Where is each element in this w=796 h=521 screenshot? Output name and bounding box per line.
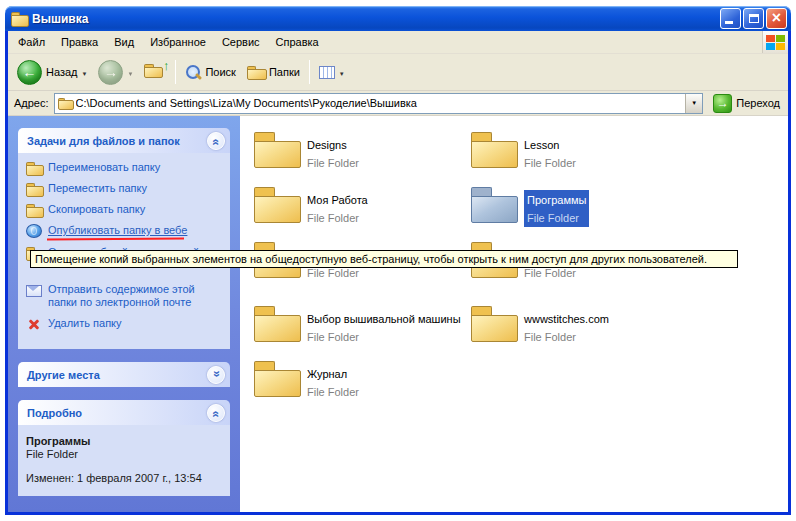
folder-item-programmy-selected[interactable]: Программы File Folder bbox=[471, 187, 686, 227]
search-label: Поиск bbox=[205, 66, 235, 78]
task-rename-folder[interactable]: Переименовать папку bbox=[26, 161, 222, 174]
forward-button[interactable] bbox=[93, 56, 138, 89]
maximize-button[interactable] bbox=[743, 8, 764, 29]
folder-icon bbox=[471, 306, 516, 340]
folder-name: Designs bbox=[307, 139, 347, 151]
folder-icon bbox=[254, 187, 299, 221]
chevron-up-icon bbox=[210, 410, 222, 415]
task-delete-folder[interactable]: Удалить папку bbox=[26, 317, 222, 331]
standard-buttons-toolbar: Назад Поиск Папки bbox=[8, 54, 788, 91]
folder-type: File Folder bbox=[527, 212, 579, 224]
folder-type: File Folder bbox=[524, 331, 576, 343]
details-item-type: File Folder bbox=[26, 448, 222, 460]
address-dropdown-button[interactable] bbox=[685, 94, 702, 113]
views-icon bbox=[319, 66, 335, 79]
forward-dropdown-icon[interactable] bbox=[127, 66, 133, 78]
go-label: Переход bbox=[736, 97, 780, 109]
file-folder-tasks-panel: Задачи для файлов и папок Переименовать … bbox=[18, 128, 230, 349]
details-panel: Подробно Программы File Folder Изменен: … bbox=[18, 400, 230, 496]
tasks-collapse-button[interactable] bbox=[207, 132, 225, 150]
folder-type: File Folder bbox=[307, 331, 359, 343]
window-controls bbox=[720, 8, 787, 29]
main-area: Задачи для файлов и папок Переименовать … bbox=[8, 116, 788, 512]
details-item-name: Программы bbox=[26, 435, 222, 447]
minimize-button[interactable] bbox=[720, 8, 741, 29]
details-panel-header[interactable]: Подробно bbox=[18, 400, 230, 425]
folders-button[interactable]: Папки bbox=[242, 62, 305, 83]
views-button[interactable] bbox=[314, 62, 350, 83]
maximize-icon bbox=[749, 14, 759, 23]
views-dropdown-icon[interactable] bbox=[339, 66, 345, 78]
folder-view[interactable]: Designs File Folder Lesson File Folder М… bbox=[240, 116, 788, 512]
explorer-window: Вышивка Файл Правка Вид Избранное Сервис… bbox=[5, 6, 791, 515]
tooltip: Помещение копий выбранных элементов на о… bbox=[30, 250, 738, 268]
tasks-panel-title: Задачи для файлов и папок bbox=[27, 135, 180, 147]
delete-icon bbox=[26, 317, 42, 331]
email-icon bbox=[26, 283, 42, 297]
address-value: C:\Documents and Settings\Liza\My Docume… bbox=[76, 97, 682, 109]
title-bar[interactable]: Вышивка bbox=[5, 6, 791, 31]
folder-item-designs[interactable]: Designs File Folder bbox=[254, 132, 469, 171]
task-pane: Задачи для файлов и папок Переименовать … bbox=[8, 116, 240, 512]
menu-favorites[interactable]: Избранное bbox=[142, 32, 214, 52]
folder-icon bbox=[254, 361, 299, 395]
tasks-panel-header[interactable]: Задачи для файлов и папок bbox=[18, 128, 230, 153]
address-folder-icon bbox=[58, 98, 72, 109]
address-label: Адрес: bbox=[11, 97, 49, 109]
folder-name: Выбор вышивальной машины bbox=[307, 313, 461, 325]
folder-type: File Folder bbox=[307, 386, 359, 398]
menu-help[interactable]: Справка bbox=[268, 32, 327, 52]
back-button[interactable]: Назад bbox=[12, 56, 92, 89]
task-label: Переименовать папку bbox=[48, 161, 160, 174]
menu-view[interactable]: Вид bbox=[106, 32, 142, 52]
task-copy-folder[interactable]: Скопировать папку bbox=[26, 203, 222, 216]
menu-edit[interactable]: Правка bbox=[53, 32, 106, 52]
go-button[interactable]: Переход bbox=[708, 94, 785, 113]
folder-name: Программы bbox=[527, 194, 586, 206]
other-places-title: Другие места bbox=[27, 369, 100, 381]
menu-bar: Файл Правка Вид Избранное Сервис Справка bbox=[8, 31, 788, 54]
task-label: Скопировать папку bbox=[48, 203, 145, 216]
window-folder-icon bbox=[11, 12, 27, 25]
folder-item-wwwstitches[interactable]: wwwstitches.com File Folder bbox=[471, 306, 686, 345]
back-icon bbox=[17, 60, 42, 85]
folder-type: File Folder bbox=[307, 267, 359, 279]
folder-item-lesson[interactable]: Lesson File Folder bbox=[471, 132, 686, 171]
task-label: Отправить содержимое этой папки по элект… bbox=[48, 283, 222, 309]
task-move-folder[interactable]: Переместить папку bbox=[26, 182, 222, 195]
folder-item-vybor-mashiny[interactable]: Выбор вышивальной машины File Folder bbox=[254, 306, 469, 345]
close-button[interactable] bbox=[766, 8, 787, 29]
details-collapse-button[interactable] bbox=[207, 404, 225, 422]
move-folder-icon bbox=[26, 183, 42, 195]
other-places-header[interactable]: Другие места bbox=[18, 362, 230, 387]
window-title: Вышивка bbox=[32, 12, 715, 26]
menu-tools[interactable]: Сервис bbox=[214, 32, 268, 52]
folder-item-moya-rabota[interactable]: Моя Работа File Folder bbox=[254, 187, 469, 226]
search-button[interactable]: Поиск bbox=[180, 60, 240, 84]
menu-file[interactable]: Файл bbox=[10, 32, 53, 52]
folder-icon bbox=[471, 132, 516, 166]
other-places-expand-button[interactable] bbox=[207, 366, 225, 384]
up-button[interactable] bbox=[139, 60, 171, 85]
folder-name: Моя Работа bbox=[307, 194, 368, 206]
folder-name: Lesson bbox=[524, 139, 559, 151]
up-folder-icon bbox=[144, 64, 161, 77]
details-panel-title: Подробно bbox=[27, 407, 82, 419]
back-label: Назад bbox=[46, 66, 78, 78]
back-dropdown-icon[interactable] bbox=[82, 66, 88, 78]
up-icon bbox=[144, 64, 166, 81]
address-combo[interactable]: C:\Documents and Settings\Liza\My Docume… bbox=[54, 93, 704, 114]
folder-type: File Folder bbox=[307, 157, 359, 169]
forward-icon bbox=[98, 60, 123, 85]
folder-icon bbox=[254, 132, 299, 166]
publish-web-icon bbox=[26, 224, 42, 238]
folder-type: File Folder bbox=[524, 267, 576, 279]
toolbar-separator bbox=[309, 60, 310, 84]
address-bar: Адрес: C:\Documents and Settings\Liza\My… bbox=[8, 91, 788, 116]
folder-item-zhurnal[interactable]: Журнал File Folder bbox=[254, 361, 469, 400]
task-publish-folder-to-web[interactable]: Опубликовать папку в вебе bbox=[26, 224, 222, 238]
task-email-folder[interactable]: Отправить содержимое этой папки по элект… bbox=[26, 283, 222, 309]
folder-type: File Folder bbox=[524, 157, 576, 169]
details-item-modified: Изменен: 1 февраля 2007 г., 13:54 bbox=[26, 472, 222, 484]
go-icon bbox=[713, 94, 732, 113]
